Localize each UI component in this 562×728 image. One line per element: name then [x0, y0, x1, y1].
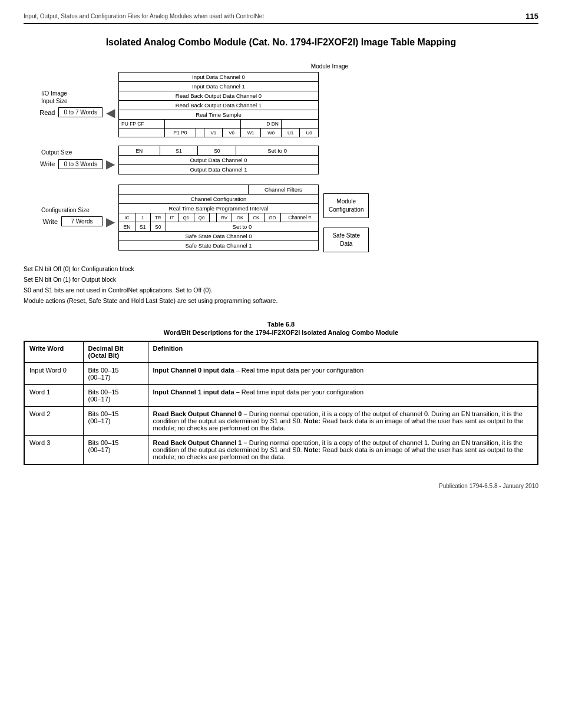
- write-config-info: Configuration Size Write 7 Words ▶: [24, 207, 115, 229]
- arrow-right-icon-1: ▶: [106, 157, 115, 171]
- word-bit-table: Write Word Decimal Bit(Octal Bit) Defini…: [24, 341, 538, 465]
- read-section-info: I/O Image Input Size Read 0 to 7 Words ◀: [24, 90, 115, 120]
- table-row: IC 1 TR IT Q1 Q0 RV OK CK GO Channel #: [119, 213, 319, 222]
- safe-state-ch0: Safe State Data Channel 0: [119, 232, 319, 241]
- output-table: EN S1 S0 Set to 0 Output Data Channel 0 …: [118, 146, 319, 174]
- write-label-2: Write: [43, 218, 58, 225]
- set-to-0-2: Set to 0: [166, 222, 318, 232]
- go: GO: [264, 213, 281, 222]
- table-row: Read Back Output Data Channel 0: [119, 91, 319, 101]
- page-footer: Publication 1794-6.5.8 - January 2010: [24, 483, 538, 489]
- write-output-section: Output Size Write 0 to 3 Words ▶ EN S1 S…: [24, 146, 538, 174]
- arrow-left-icon: ◀: [106, 106, 115, 120]
- output-data-ch1: Output Data Channel 1: [119, 165, 319, 174]
- input-table: Input Data Channel 0 Input Data Channel …: [118, 72, 319, 137]
- real-time-sample: Real Time Sample: [119, 110, 319, 120]
- table-row: Word 3 Bits 00–15(00–17) Read Back Outpu…: [24, 435, 538, 465]
- table-row: Safe State Data Channel 1: [119, 241, 319, 251]
- table-header-row: Write Word Decimal Bit(Octal Bit) Defini…: [24, 341, 538, 363]
- table-row: Input Data Channel 1: [119, 82, 319, 91]
- table-row: Word 2 Bits 00–15(00–17) Read Back Outpu…: [24, 406, 538, 435]
- def-word-3: Read Back Output Channel 1 – During norm…: [148, 435, 538, 465]
- note-3: S0 and S1 bits are not used in ControlNe…: [24, 285, 538, 296]
- note-2: Set EN bit On (1) for Output block: [24, 275, 538, 285]
- readback-ch0: Read Back Output Data Channel 0: [119, 91, 319, 101]
- def-input-word-0: Input Channel 0 input data – Real time i…: [148, 363, 538, 385]
- output-data-ch0: Output Data Channel 0: [119, 156, 319, 165]
- table-row: Input Data Channel 0: [119, 73, 319, 82]
- bit-word-2: Bits 00–15(00–17): [83, 406, 148, 435]
- table-title: Table 6.8: [24, 321, 538, 328]
- p1-p0: P1 P0: [164, 129, 196, 137]
- table-row: Read Back Output Data Channel 1: [119, 101, 319, 110]
- word-word-1: Word 1: [24, 384, 83, 406]
- safe-state-ch1: Safe State Data Channel 1: [119, 241, 319, 251]
- table-subtitle: Word/Bit Descriptions for the 1794-IF2XO…: [24, 329, 538, 336]
- note-4: Module actions (Reset, Safe State and Ho…: [24, 296, 538, 307]
- page-title: Isolated Analog Combo Module (Cat. No. 1…: [24, 36, 538, 49]
- table-row: P1 P0 V1 V0 W1 W0 U1 U0: [119, 129, 319, 137]
- th-write-word: Write Word: [24, 341, 83, 363]
- output-module-table: EN S1 S0 Set to 0 Output Data Channel 0 …: [118, 146, 319, 174]
- channel-config: Channel Configuration: [119, 195, 319, 204]
- pu-fp-cf: PU FP CF: [119, 120, 165, 129]
- def-word-2: Read Back Output Channel 0 – During norm…: [148, 406, 538, 435]
- v0: V0: [223, 129, 241, 137]
- empty-mid: [164, 120, 240, 129]
- ok: OK: [232, 213, 248, 222]
- u0: U0: [300, 129, 319, 137]
- table-row: Output Data Channel 1: [119, 165, 319, 174]
- config-table: Channel Filters Channel Configuration Re…: [118, 185, 319, 251]
- safe-state-label: Safe StateData: [323, 228, 369, 252]
- write-config-row: Write 7 Words ▶: [43, 215, 115, 229]
- table-row: Channel Filters: [119, 185, 319, 195]
- word-input-word-0: Input Word 0: [24, 363, 83, 385]
- empty-mid2: [196, 129, 204, 137]
- d-dn: D DN: [241, 120, 282, 129]
- write-output-row: Write 0 to 3 Words ▶: [40, 157, 115, 171]
- s0-2: S0: [150, 222, 166, 232]
- en: EN: [119, 146, 160, 156]
- word-word-2: Word 2: [24, 406, 83, 435]
- notes-section: Set EN bit Off (0) for Configuration blo…: [24, 264, 538, 306]
- footer-text: Publication 1794-6.5.8 - January 2010: [439, 483, 538, 489]
- s0: S0: [198, 146, 236, 156]
- word-word-3: Word 3: [24, 435, 83, 465]
- config-size-label: Configuration Size: [41, 207, 90, 213]
- bit-input-word-0: Bits 00–15(00–17): [83, 363, 148, 385]
- read-row: Read 0 to 7 Words ◀: [39, 106, 115, 120]
- v1: V1: [204, 129, 223, 137]
- u1: U1: [281, 129, 300, 137]
- module-config-label: ModuleConfiguration: [323, 193, 369, 218]
- empty-start2: [119, 129, 165, 137]
- table-row: PU FP CF D DN: [119, 120, 319, 129]
- empty-config-1: [119, 185, 249, 195]
- table-row: Safe State Data Channel 0: [119, 232, 319, 241]
- table-row: Channel Configuration: [119, 195, 319, 204]
- it: IT: [166, 213, 178, 222]
- right-labels: ModuleConfiguration Safe StateData: [323, 183, 369, 252]
- channel-hash: Channel #: [281, 213, 319, 222]
- write-config-section: Configuration Size Write 7 Words ▶ Chann…: [24, 183, 538, 252]
- read-section: I/O Image Input Size Read 0 to 7 Words ◀…: [24, 72, 538, 137]
- module-image-label: Module Image: [311, 63, 348, 70]
- def-word-1: Input Channel 1 input data – Real time i…: [148, 384, 538, 406]
- config-module-table: Channel Filters Channel Configuration Re…: [118, 185, 319, 251]
- input-module-table: Input Data Channel 0 Input Data Channel …: [118, 72, 319, 137]
- write-words-box-1: 0 to 3 Words: [58, 159, 103, 169]
- th-definition: Definition: [148, 341, 538, 363]
- rv: RV: [216, 213, 232, 222]
- header-text: Input, Output, Status and Configuration …: [24, 13, 264, 19]
- one: 1: [135, 213, 150, 222]
- input-ch1: Input Data Channel 1: [119, 82, 319, 91]
- read-label: Read: [39, 109, 55, 116]
- table-row: Input Word 0 Bits 00–15(00–17) Input Cha…: [24, 363, 538, 385]
- io-image-label: I/O Image: [41, 90, 67, 97]
- input-size-label: Input Size: [41, 98, 67, 104]
- ic: IC: [119, 213, 135, 222]
- diagram-container: Module Image I/O Image Input Size Read 0…: [24, 63, 538, 252]
- output-size-label: Output Size: [41, 149, 72, 156]
- th-decimal-bit: Decimal Bit(Octal Bit): [83, 341, 148, 363]
- arrow-right-icon-2: ▶: [106, 215, 115, 229]
- note-1: Set EN bit Off (0) for Configuration blo…: [24, 264, 538, 275]
